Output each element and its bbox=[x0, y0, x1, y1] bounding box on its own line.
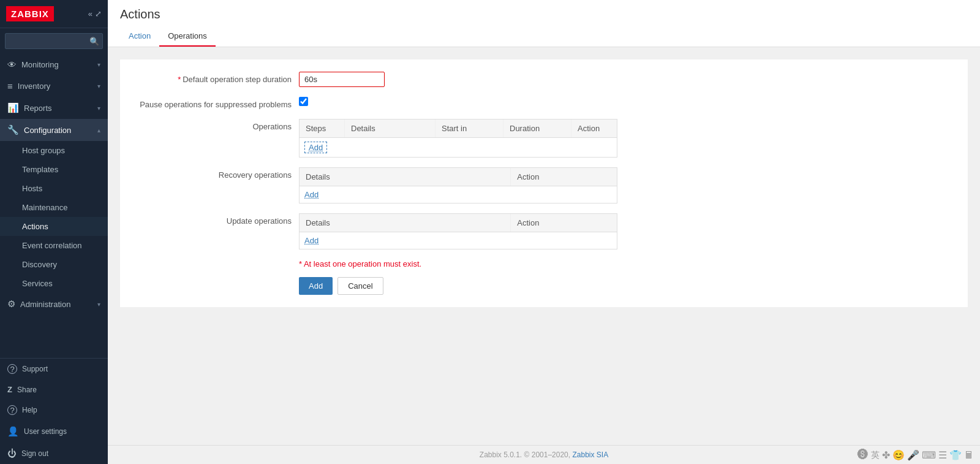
operations-section: Operations Steps Details Start in Durati… bbox=[132, 119, 956, 158]
sidebar-item-sign-out-label: Sign out bbox=[21, 449, 100, 458]
sidebar-item-monitoring[interactable]: 👁 Monitoring ▾ bbox=[0, 54, 108, 75]
recovery-table-body: Add bbox=[300, 186, 617, 203]
sidebar-item-host-groups[interactable]: Host groups bbox=[0, 141, 108, 160]
user-icon: 👤 bbox=[7, 426, 19, 437]
upd-col-action: Action bbox=[511, 214, 617, 232]
sidebar-item-share[interactable]: Z Share bbox=[0, 379, 108, 400]
update-table-body: Add bbox=[300, 232, 617, 249]
eye-icon: 👁 bbox=[7, 59, 17, 70]
step-duration-label: *Default operation step duration bbox=[132, 72, 292, 84]
recovery-table: Details Action Add bbox=[299, 167, 617, 203]
operations-table: Steps Details Start in Duration Action A… bbox=[299, 119, 617, 158]
step-duration-control bbox=[299, 72, 385, 87]
sidebar-item-administration[interactable]: ⚙ Administration ▾ bbox=[0, 293, 108, 315]
footer-icon-2: 英 bbox=[871, 449, 880, 460]
sidebar-item-event-correlation[interactable]: Event correlation bbox=[0, 236, 108, 255]
step-duration-input[interactable] bbox=[299, 72, 385, 87]
update-table-header: Details Action bbox=[300, 214, 617, 232]
operations-table-header: Steps Details Start in Duration Action bbox=[300, 120, 617, 138]
sidebar-item-reports[interactable]: 📊 Reports ▾ bbox=[0, 97, 108, 119]
update-add-button[interactable]: Add bbox=[304, 236, 318, 245]
sidebar-item-help-label: Help bbox=[22, 406, 100, 414]
chevron-down-icon-rep: ▾ bbox=[97, 105, 100, 112]
logo: ZABBIX bbox=[6, 6, 54, 21]
col-steps: Steps bbox=[300, 120, 345, 137]
nav-section: 👁 Monitoring ▾ ≡ Inventory ▾ 📊 Reports ▾… bbox=[0, 54, 108, 315]
pause-operations-label: Pause operations for suppressed problems bbox=[132, 97, 292, 109]
footer-icon-7: ☰ bbox=[938, 449, 947, 461]
col-action: Action bbox=[571, 120, 617, 137]
sidebar-item-inventory[interactable]: ≡ Inventory ▾ bbox=[0, 75, 108, 97]
footer-icon-6: ⌨ bbox=[922, 449, 936, 461]
sidebar-item-hosts[interactable]: Hosts bbox=[0, 179, 108, 198]
wrench-icon: 🔧 bbox=[7, 124, 19, 135]
recovery-operations-label: Recovery operations bbox=[132, 167, 292, 180]
sidebar-item-sign-out[interactable]: ⏻ Sign out bbox=[0, 443, 108, 464]
form-cancel-button[interactable]: Cancel bbox=[337, 277, 383, 295]
chevron-down-icon-inv: ▾ bbox=[97, 83, 100, 89]
collapse-icon[interactable]: « bbox=[88, 9, 92, 18]
recovery-add-button[interactable]: Add bbox=[304, 190, 318, 199]
main-content: Actions Action Operations *Default opera… bbox=[108, 0, 980, 464]
sidebar-item-maintenance[interactable]: Maintenance bbox=[0, 198, 108, 217]
signout-icon: ⏻ bbox=[7, 448, 17, 458]
footer-link[interactable]: Zabbix SIA bbox=[572, 451, 608, 459]
search-icon: 🔍 bbox=[89, 37, 99, 46]
form-add-button[interactable]: Add bbox=[299, 277, 333, 295]
sidebar-item-administration-label: Administration bbox=[20, 300, 92, 309]
col-start-in: Start in bbox=[435, 120, 503, 137]
upd-col-details: Details bbox=[300, 214, 511, 232]
fullscreen-icon[interactable]: ⤢ bbox=[95, 9, 102, 18]
footer-icons: 🅢 英 ✤ 😊 🎤 ⌨ ☰ 👕 🖩 bbox=[858, 449, 974, 462]
share-icon: Z bbox=[7, 385, 12, 394]
page-header: Actions Action Operations bbox=[108, 0, 980, 47]
rec-col-action: Action bbox=[511, 168, 617, 186]
form-action-buttons: Add Cancel bbox=[299, 277, 956, 295]
recovery-operations-section: Recovery operations Details Action Add bbox=[132, 167, 956, 203]
footer-text: Zabbix 5.0.1. © 2001–2020, bbox=[480, 451, 570, 459]
sidebar-item-support[interactable]: ? Support bbox=[0, 359, 108, 379]
bar-chart-icon: 📊 bbox=[7, 102, 19, 113]
chevron-up-icon: ▴ bbox=[97, 127, 100, 134]
sidebar-item-help[interactable]: ? Help bbox=[0, 400, 108, 420]
tab-action[interactable]: Action bbox=[120, 26, 159, 47]
operations-label: Operations bbox=[132, 119, 292, 131]
sidebar-item-actions[interactable]: Actions bbox=[0, 217, 108, 236]
footer-icon-3: ✤ bbox=[882, 449, 890, 461]
help-icon: ? bbox=[7, 405, 17, 415]
sidebar-item-share-label: Share bbox=[17, 386, 100, 394]
sidebar-item-user-settings[interactable]: 👤 User settings bbox=[0, 420, 108, 443]
recovery-table-header: Details Action bbox=[300, 168, 617, 186]
sidebar-item-reports-label: Reports bbox=[24, 104, 92, 113]
operations-add-button[interactable]: Add bbox=[304, 142, 327, 153]
pause-operations-control bbox=[299, 97, 308, 106]
footer-icon-1: 🅢 bbox=[858, 449, 869, 462]
step-duration-row: *Default operation step duration bbox=[132, 72, 956, 87]
footer-icon-5: 🎤 bbox=[907, 449, 919, 461]
tabs: Action Operations bbox=[120, 26, 968, 47]
chevron-down-icon: ▾ bbox=[97, 61, 100, 68]
pause-operations-checkbox[interactable] bbox=[299, 97, 308, 106]
page-content: *Default operation step duration Pause o… bbox=[108, 47, 980, 445]
search-input[interactable] bbox=[5, 33, 103, 49]
update-operations-label: Update operations bbox=[132, 213, 292, 226]
col-duration: Duration bbox=[503, 120, 571, 137]
sidebar-item-inventory-label: Inventory bbox=[18, 82, 92, 91]
sidebar-item-user-settings-label: User settings bbox=[24, 427, 100, 436]
search-container: 🔍 bbox=[0, 28, 108, 54]
pause-operations-row: Pause operations for suppressed problems bbox=[132, 97, 956, 109]
sidebar-header: ZABBIX « ⤢ bbox=[0, 0, 108, 28]
sidebar-item-services[interactable]: Services bbox=[0, 274, 108, 293]
operations-table-body: Add bbox=[300, 138, 617, 157]
sidebar-item-templates[interactable]: Templates bbox=[0, 160, 108, 179]
sidebar-item-configuration[interactable]: 🔧 Configuration ▴ bbox=[0, 119, 108, 141]
update-table: Details Action Add bbox=[299, 213, 617, 249]
sidebar-item-discovery[interactable]: Discovery bbox=[0, 255, 108, 274]
sidebar-bottom: ? Support Z Share ? Help 👤 User settings… bbox=[0, 358, 108, 464]
sidebar: ZABBIX « ⤢ 🔍 👁 Monitoring ▾ ≡ Inventory … bbox=[0, 0, 108, 464]
sidebar-header-icons: « ⤢ bbox=[88, 9, 102, 18]
sidebar-item-monitoring-label: Monitoring bbox=[21, 60, 92, 69]
page-footer: Zabbix 5.0.1. © 2001–2020, Zabbix SIA 🅢 … bbox=[108, 445, 980, 464]
footer-icon-4: 😊 bbox=[892, 449, 905, 461]
tab-operations[interactable]: Operations bbox=[159, 26, 216, 47]
